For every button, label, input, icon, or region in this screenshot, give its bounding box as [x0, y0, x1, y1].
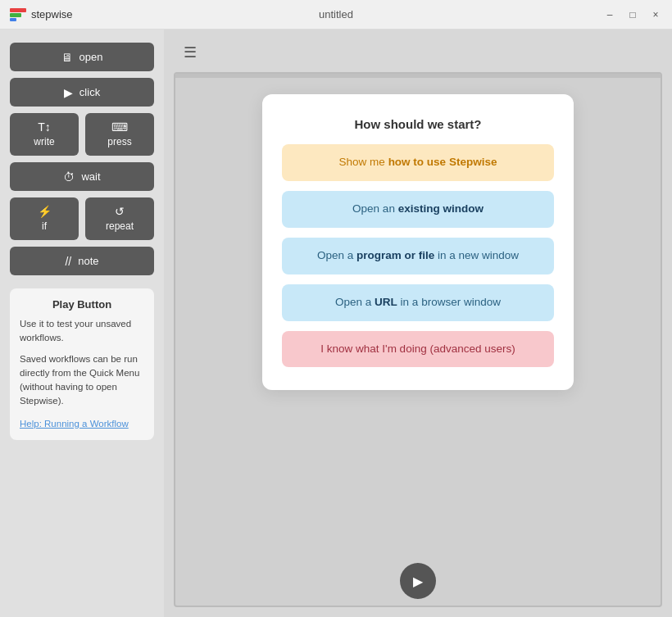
if-button[interactable]: ⚡ if	[10, 197, 79, 240]
wait-button[interactable]: ⏱ wait	[10, 162, 154, 191]
title-bar-left: stepwise	[10, 7, 73, 23]
choice-existing-text: Open an existing window	[352, 202, 484, 215]
content-area: ☰ How should we start? Show me how to us…	[164, 29, 672, 617]
window-title: untitled	[319, 8, 353, 20]
progress-bar	[175, 74, 661, 78]
press-button-label: press	[107, 136, 131, 147]
note-button[interactable]: // note	[10, 247, 154, 275]
if-button-label: if	[42, 220, 47, 232]
timer-icon: ⏱	[63, 171, 75, 183]
if-repeat-row: ⚡ if ↺ repeat	[10, 197, 154, 240]
hamburger-menu[interactable]: ☰	[177, 40, 203, 65]
choice-advanced-text: I know what I'm doing (advanced users)	[320, 343, 515, 355]
svg-rect-1	[10, 13, 21, 17]
svg-rect-0	[10, 8, 26, 12]
keyboard-icon: ⌨	[111, 121, 128, 133]
app-logo-icon	[10, 7, 26, 23]
window-controls: – □ ×	[603, 9, 662, 20]
play-icon: ▶	[413, 574, 423, 589]
title-bar: stepwise untitled – □ ×	[0, 0, 672, 29]
choice-tutorial-button[interactable]: Show me how to use Stepwise	[282, 144, 554, 181]
svg-rect-2	[10, 18, 16, 21]
click-button-label: click	[79, 86, 100, 98]
dialog-title: How should we start?	[282, 117, 554, 131]
menu-bar: ☰	[174, 39, 662, 66]
workflow-canvas: How should we start? Show me how to use …	[174, 72, 662, 607]
lightning-icon: ⚡	[38, 206, 52, 217]
play-button[interactable]: ▶	[400, 563, 436, 599]
minimize-button[interactable]: –	[603, 9, 616, 20]
wait-button-label: wait	[81, 170, 100, 183]
main-layout: 🖥 open ▶ click T↕ write ⌨ press ⏱ wait ⚡…	[0, 29, 672, 617]
choice-new-text: Open a program or file in a new window	[317, 249, 519, 261]
open-button-label: open	[79, 51, 103, 63]
write-press-row: T↕ write ⌨ press	[10, 113, 154, 156]
choice-existing-window-button[interactable]: Open an existing window	[282, 191, 554, 228]
dialog-card: How should we start? Show me how to use …	[262, 94, 574, 390]
open-button[interactable]: 🖥 open	[10, 43, 154, 71]
choice-new-window-button[interactable]: Open a program or file in a new window	[282, 238, 554, 274]
click-button[interactable]: ▶ click	[10, 78, 154, 107]
app-logo: stepwise	[10, 7, 73, 23]
repeat-button-label: repeat	[106, 220, 134, 232]
monitor-icon: 🖥	[61, 52, 73, 63]
choice-url-text: Open a URL in a browser window	[335, 296, 501, 308]
help-panel: Play Button Use it to test your unsaved …	[10, 288, 154, 440]
choice-tutorial-text: Show me how to use Stepwise	[339, 156, 497, 168]
write-button-label: write	[34, 136, 54, 147]
help-panel-title: Play Button	[20, 298, 144, 311]
close-button[interactable]: ×	[649, 9, 662, 20]
note-icon: //	[65, 256, 71, 267]
help-panel-link[interactable]: Help: Running a Workflow	[20, 419, 129, 429]
write-icon: T↕	[38, 121, 51, 133]
dialog-container: How should we start? Show me how to use …	[175, 78, 661, 556]
maximize-button[interactable]: □	[626, 9, 639, 20]
canvas-bottom: ▶	[175, 556, 661, 606]
note-button-label: note	[78, 255, 98, 267]
choice-url-button[interactable]: Open a URL in a browser window	[282, 284, 554, 321]
repeat-button[interactable]: ↺ repeat	[85, 197, 154, 240]
repeat-icon: ↺	[115, 206, 125, 217]
write-button[interactable]: T↕ write	[10, 113, 79, 156]
help-panel-text-2: Saved workflows can be run directly from…	[20, 352, 144, 409]
app-name-label: stepwise	[31, 8, 73, 20]
choice-advanced-button[interactable]: I know what I'm doing (advanced users)	[282, 331, 554, 368]
sidebar: 🖥 open ▶ click T↕ write ⌨ press ⏱ wait ⚡…	[0, 29, 164, 617]
press-button[interactable]: ⌨ press	[85, 113, 154, 156]
help-panel-text-1: Use it to test your unsaved workflows.	[20, 317, 144, 346]
cursor-icon: ▶	[64, 87, 73, 98]
